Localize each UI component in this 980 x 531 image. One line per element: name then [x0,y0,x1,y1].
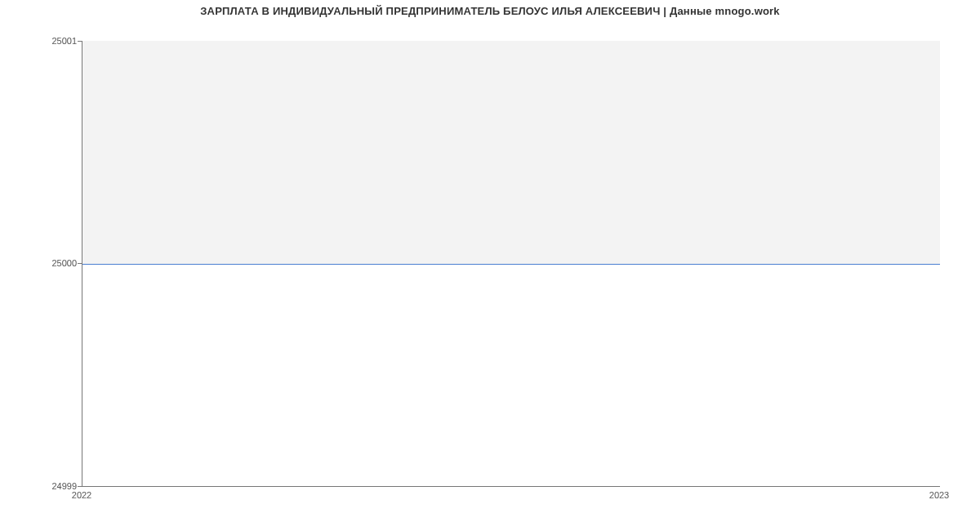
y-tick-text: 25001 [51,36,77,46]
chart-title: ЗАРПЛАТА В ИНДИВИДУАЛЬНЫЙ ПРЕДПРИНИМАТЕЛ… [0,5,980,17]
y-tick-text: 25000 [51,258,77,268]
plot-area [82,41,940,487]
y-tick-label: 24999 [3,481,77,491]
y-tick-label: 25000 [3,258,77,268]
data-line [82,264,940,265]
chart-container: ЗАРПЛАТА В ИНДИВИДУАЛЬНЫЙ ПРЕДПРИНИМАТЕЛ… [0,0,980,531]
area-fill [82,41,940,264]
y-tick-label: 25001 [3,36,77,46]
x-tick-label: 2022 [72,490,91,500]
x-tick-label: 2023 [929,490,949,500]
